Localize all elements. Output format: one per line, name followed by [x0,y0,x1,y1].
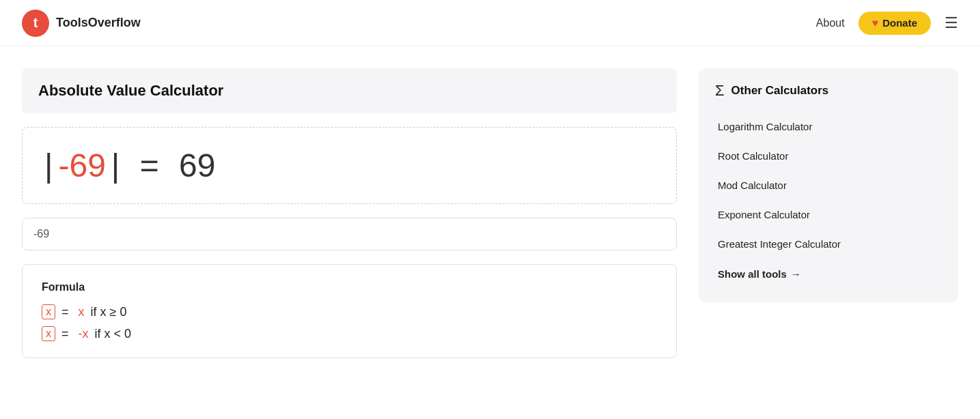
formula-x-1: x [42,304,55,319]
sidebar-link-root[interactable]: Root Calculator [715,141,942,171]
page-title: Absolute Value Calculator [38,82,660,100]
arrow-icon: → [791,268,801,280]
sidebar-title: Other Calculators [731,84,829,98]
sidebar-card: Σ Other Calculators Logarithm Calculator… [699,68,958,302]
sidebar-header: Σ Other Calculators [715,82,942,100]
site-title: ToolsOverflow [56,16,141,30]
donate-button[interactable]: ♥ Donate [858,12,931,35]
list-item: Root Calculator [715,141,942,171]
list-item: Mod Calculator [715,171,942,200]
formula-x-val-2: -x [79,327,89,341]
content-area: Absolute Value Calculator | -69 | = 69 F… [22,68,677,358]
formula-title: Formula [42,281,657,293]
sigma-icon: Σ [715,82,725,100]
heart-icon: ♥ [872,17,879,29]
close-pipe: | [111,147,120,184]
sidebar-link-logarithm[interactable]: Logarithm Calculator [715,112,942,141]
formula-card: Formula x = x if x ≥ 0 x = -x if x < 0 [22,264,677,358]
donate-label: Donate [882,17,917,29]
about-link[interactable]: About [816,17,845,29]
sidebar-link-greatest-integer[interactable]: Greatest Integer Calculator [715,229,942,259]
list-item: Logarithm Calculator [715,112,942,141]
input-value-display: -69 [58,147,105,184]
result-display: | -69 | = 69 [22,127,677,204]
formula-x-val-1: x [79,305,85,319]
logo-icon: t [22,10,49,37]
show-all-label: Show all tools [718,268,787,280]
open-pipe: | [44,147,53,184]
formula-x-2: x [42,326,55,341]
sidebar-link-mod[interactable]: Mod Calculator [715,171,942,200]
formula-line-1: x = x if x ≥ 0 [42,304,657,319]
header-nav: About ♥ Donate ☰ [816,12,958,35]
list-item: Show all tools → [715,259,942,289]
title-card: Absolute Value Calculator [22,68,677,113]
main-layout: Absolute Value Calculator | -69 | = 69 F… [0,46,980,358]
calc-input[interactable] [22,218,677,250]
result-expression: | -69 | = 69 [44,147,654,184]
formula-condition-1: if x ≥ 0 [87,305,127,319]
sidebar-link-exponent[interactable]: Exponent Calculator [715,200,942,229]
formula-line-2: x = -x if x < 0 [42,326,657,341]
list-item: Greatest Integer Calculator [715,229,942,259]
formula-condition-2: if x < 0 [92,327,132,341]
sidebar-list: Logarithm Calculator Root Calculator Mod… [715,112,942,289]
header: t ToolsOverflow About ♥ Donate ☰ [0,0,980,46]
show-all-tools-link[interactable]: Show all tools → [715,259,942,289]
sidebar: Σ Other Calculators Logarithm Calculator… [699,68,958,358]
input-container [22,218,677,250]
equals-sign: = [130,147,168,184]
logo-area: t ToolsOverflow [22,10,141,37]
result-value: 69 [179,147,215,184]
menu-icon[interactable]: ☰ [944,14,958,32]
list-item: Exponent Calculator [715,200,942,229]
